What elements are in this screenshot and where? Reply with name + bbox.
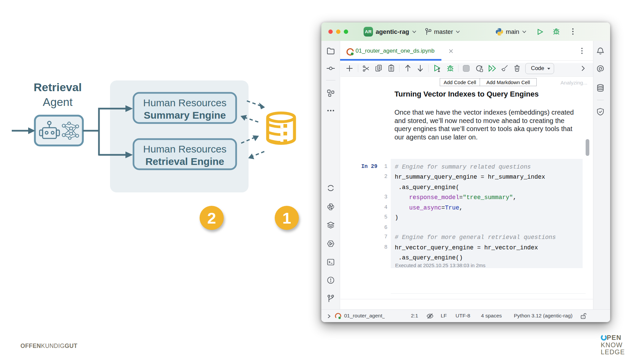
svg-text:Retrieval Engine: Retrieval Engine	[145, 156, 224, 167]
svg-text:Human Resources: Human Resources	[143, 97, 226, 108]
svg-text:Summary Engine: Summary Engine	[144, 110, 226, 121]
svg-text:Agent: Agent	[43, 96, 73, 108]
svg-text:Retrieval: Retrieval	[34, 81, 82, 94]
svg-text:Human Resources: Human Resources	[143, 143, 226, 155]
